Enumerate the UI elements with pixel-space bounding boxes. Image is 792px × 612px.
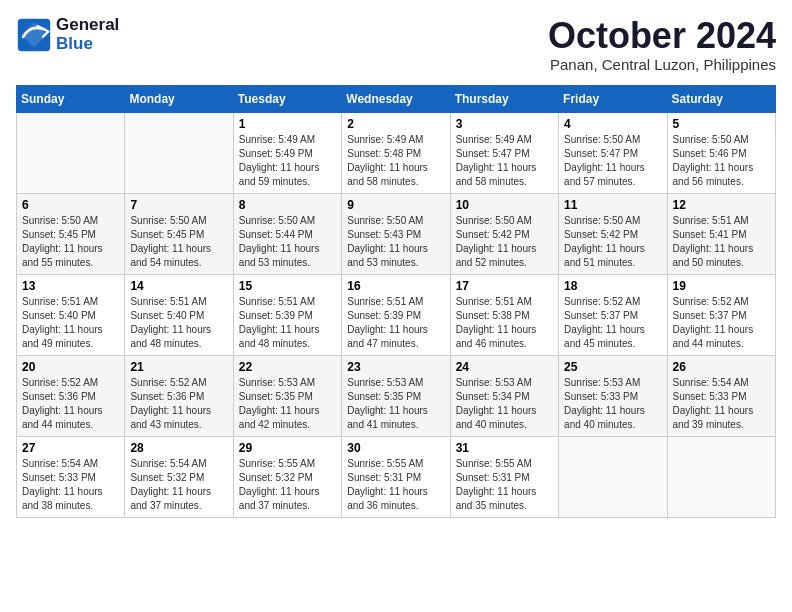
calendar-week-row: 13Sunrise: 5:51 AM Sunset: 5:40 PM Dayli…	[17, 274, 776, 355]
day-number: 8	[239, 198, 336, 212]
cell-daylight-info: Sunrise: 5:50 AM Sunset: 5:45 PM Dayligh…	[22, 214, 119, 270]
day-number: 14	[130, 279, 227, 293]
day-number: 18	[564, 279, 661, 293]
calendar-week-row: 27Sunrise: 5:54 AM Sunset: 5:33 PM Dayli…	[17, 436, 776, 517]
day-number: 22	[239, 360, 336, 374]
cell-daylight-info: Sunrise: 5:50 AM Sunset: 5:45 PM Dayligh…	[130, 214, 227, 270]
cell-daylight-info: Sunrise: 5:52 AM Sunset: 5:36 PM Dayligh…	[130, 376, 227, 432]
day-number: 5	[673, 117, 770, 131]
cell-daylight-info: Sunrise: 5:54 AM Sunset: 5:33 PM Dayligh…	[673, 376, 770, 432]
calendar-header-row: SundayMondayTuesdayWednesdayThursdayFrid…	[17, 85, 776, 112]
calendar-cell	[125, 112, 233, 193]
calendar-table: SundayMondayTuesdayWednesdayThursdayFrid…	[16, 85, 776, 518]
cell-daylight-info: Sunrise: 5:55 AM Sunset: 5:32 PM Dayligh…	[239, 457, 336, 513]
calendar-cell: 2Sunrise: 5:49 AM Sunset: 5:48 PM Daylig…	[342, 112, 450, 193]
day-number: 23	[347, 360, 444, 374]
calendar-cell: 29Sunrise: 5:55 AM Sunset: 5:32 PM Dayli…	[233, 436, 341, 517]
cell-daylight-info: Sunrise: 5:55 AM Sunset: 5:31 PM Dayligh…	[347, 457, 444, 513]
column-header-monday: Monday	[125, 85, 233, 112]
column-header-wednesday: Wednesday	[342, 85, 450, 112]
calendar-cell: 19Sunrise: 5:52 AM Sunset: 5:37 PM Dayli…	[667, 274, 775, 355]
calendar-cell: 30Sunrise: 5:55 AM Sunset: 5:31 PM Dayli…	[342, 436, 450, 517]
calendar-cell: 8Sunrise: 5:50 AM Sunset: 5:44 PM Daylig…	[233, 193, 341, 274]
cell-daylight-info: Sunrise: 5:49 AM Sunset: 5:48 PM Dayligh…	[347, 133, 444, 189]
location-subtitle: Panan, Central Luzon, Philippines	[548, 56, 776, 73]
calendar-cell: 27Sunrise: 5:54 AM Sunset: 5:33 PM Dayli…	[17, 436, 125, 517]
page-header: General Blue October 2024 Panan, Central…	[16, 16, 776, 73]
calendar-cell: 9Sunrise: 5:50 AM Sunset: 5:43 PM Daylig…	[342, 193, 450, 274]
day-number: 9	[347, 198, 444, 212]
column-header-thursday: Thursday	[450, 85, 558, 112]
calendar-cell: 11Sunrise: 5:50 AM Sunset: 5:42 PM Dayli…	[559, 193, 667, 274]
calendar-cell: 31Sunrise: 5:55 AM Sunset: 5:31 PM Dayli…	[450, 436, 558, 517]
day-number: 17	[456, 279, 553, 293]
calendar-cell: 10Sunrise: 5:50 AM Sunset: 5:42 PM Dayli…	[450, 193, 558, 274]
cell-daylight-info: Sunrise: 5:51 AM Sunset: 5:40 PM Dayligh…	[130, 295, 227, 351]
day-number: 1	[239, 117, 336, 131]
calendar-cell: 15Sunrise: 5:51 AM Sunset: 5:39 PM Dayli…	[233, 274, 341, 355]
cell-daylight-info: Sunrise: 5:53 AM Sunset: 5:33 PM Dayligh…	[564, 376, 661, 432]
day-number: 28	[130, 441, 227, 455]
day-number: 25	[564, 360, 661, 374]
calendar-week-row: 6Sunrise: 5:50 AM Sunset: 5:45 PM Daylig…	[17, 193, 776, 274]
calendar-cell: 4Sunrise: 5:50 AM Sunset: 5:47 PM Daylig…	[559, 112, 667, 193]
column-header-tuesday: Tuesday	[233, 85, 341, 112]
day-number: 16	[347, 279, 444, 293]
day-number: 13	[22, 279, 119, 293]
day-number: 6	[22, 198, 119, 212]
calendar-cell: 21Sunrise: 5:52 AM Sunset: 5:36 PM Dayli…	[125, 355, 233, 436]
calendar-cell: 22Sunrise: 5:53 AM Sunset: 5:35 PM Dayli…	[233, 355, 341, 436]
cell-daylight-info: Sunrise: 5:51 AM Sunset: 5:39 PM Dayligh…	[239, 295, 336, 351]
day-number: 31	[456, 441, 553, 455]
column-header-friday: Friday	[559, 85, 667, 112]
calendar-cell: 28Sunrise: 5:54 AM Sunset: 5:32 PM Dayli…	[125, 436, 233, 517]
calendar-cell: 16Sunrise: 5:51 AM Sunset: 5:39 PM Dayli…	[342, 274, 450, 355]
calendar-cell: 12Sunrise: 5:51 AM Sunset: 5:41 PM Dayli…	[667, 193, 775, 274]
cell-daylight-info: Sunrise: 5:50 AM Sunset: 5:42 PM Dayligh…	[456, 214, 553, 270]
cell-daylight-info: Sunrise: 5:50 AM Sunset: 5:46 PM Dayligh…	[673, 133, 770, 189]
calendar-cell: 26Sunrise: 5:54 AM Sunset: 5:33 PM Dayli…	[667, 355, 775, 436]
calendar-week-row: 20Sunrise: 5:52 AM Sunset: 5:36 PM Dayli…	[17, 355, 776, 436]
cell-daylight-info: Sunrise: 5:51 AM Sunset: 5:38 PM Dayligh…	[456, 295, 553, 351]
day-number: 10	[456, 198, 553, 212]
cell-daylight-info: Sunrise: 5:53 AM Sunset: 5:35 PM Dayligh…	[347, 376, 444, 432]
cell-daylight-info: Sunrise: 5:51 AM Sunset: 5:40 PM Dayligh…	[22, 295, 119, 351]
cell-daylight-info: Sunrise: 5:54 AM Sunset: 5:32 PM Dayligh…	[130, 457, 227, 513]
day-number: 26	[673, 360, 770, 374]
cell-daylight-info: Sunrise: 5:51 AM Sunset: 5:41 PM Dayligh…	[673, 214, 770, 270]
calendar-cell: 23Sunrise: 5:53 AM Sunset: 5:35 PM Dayli…	[342, 355, 450, 436]
cell-daylight-info: Sunrise: 5:54 AM Sunset: 5:33 PM Dayligh…	[22, 457, 119, 513]
day-number: 21	[130, 360, 227, 374]
day-number: 30	[347, 441, 444, 455]
cell-daylight-info: Sunrise: 5:52 AM Sunset: 5:37 PM Dayligh…	[673, 295, 770, 351]
calendar-cell: 17Sunrise: 5:51 AM Sunset: 5:38 PM Dayli…	[450, 274, 558, 355]
calendar-cell: 20Sunrise: 5:52 AM Sunset: 5:36 PM Dayli…	[17, 355, 125, 436]
calendar-cell: 7Sunrise: 5:50 AM Sunset: 5:45 PM Daylig…	[125, 193, 233, 274]
day-number: 29	[239, 441, 336, 455]
day-number: 3	[456, 117, 553, 131]
calendar-cell: 5Sunrise: 5:50 AM Sunset: 5:46 PM Daylig…	[667, 112, 775, 193]
month-title: October 2024	[548, 16, 776, 56]
logo-text: General Blue	[56, 16, 119, 53]
calendar-cell: 18Sunrise: 5:52 AM Sunset: 5:37 PM Dayli…	[559, 274, 667, 355]
calendar-cell: 13Sunrise: 5:51 AM Sunset: 5:40 PM Dayli…	[17, 274, 125, 355]
cell-daylight-info: Sunrise: 5:55 AM Sunset: 5:31 PM Dayligh…	[456, 457, 553, 513]
calendar-cell: 3Sunrise: 5:49 AM Sunset: 5:47 PM Daylig…	[450, 112, 558, 193]
day-number: 2	[347, 117, 444, 131]
day-number: 15	[239, 279, 336, 293]
cell-daylight-info: Sunrise: 5:52 AM Sunset: 5:37 PM Dayligh…	[564, 295, 661, 351]
cell-daylight-info: Sunrise: 5:53 AM Sunset: 5:34 PM Dayligh…	[456, 376, 553, 432]
calendar-cell: 1Sunrise: 5:49 AM Sunset: 5:49 PM Daylig…	[233, 112, 341, 193]
calendar-cell: 6Sunrise: 5:50 AM Sunset: 5:45 PM Daylig…	[17, 193, 125, 274]
logo-icon	[16, 17, 52, 53]
day-number: 19	[673, 279, 770, 293]
day-number: 24	[456, 360, 553, 374]
cell-daylight-info: Sunrise: 5:49 AM Sunset: 5:47 PM Dayligh…	[456, 133, 553, 189]
day-number: 11	[564, 198, 661, 212]
calendar-cell: 24Sunrise: 5:53 AM Sunset: 5:34 PM Dayli…	[450, 355, 558, 436]
day-number: 7	[130, 198, 227, 212]
calendar-cell	[17, 112, 125, 193]
day-number: 27	[22, 441, 119, 455]
calendar-week-row: 1Sunrise: 5:49 AM Sunset: 5:49 PM Daylig…	[17, 112, 776, 193]
calendar-cell: 25Sunrise: 5:53 AM Sunset: 5:33 PM Dayli…	[559, 355, 667, 436]
